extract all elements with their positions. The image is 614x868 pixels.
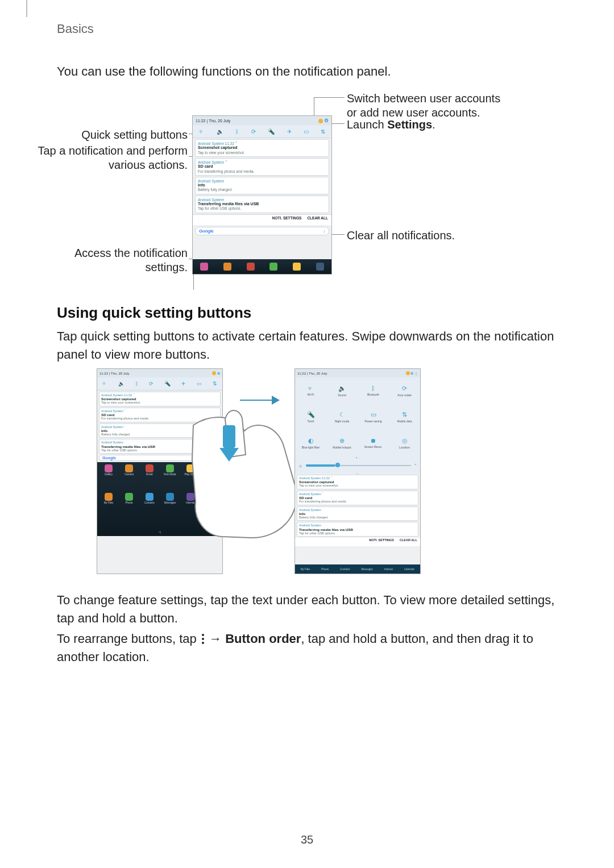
app-messages[interactable]: Messages	[162, 493, 178, 504]
quick-settings-row[interactable]: ᯤ 🔈 ᛒ ⟳ 🔦 ✈ ▭ ⇅	[193, 125, 331, 138]
app-google[interactable]: Goo…	[203, 464, 219, 476]
app-phone[interactable]: Phone	[121, 493, 137, 504]
noti-settings-button[interactable]: NOTI. SETTINGS	[272, 216, 302, 224]
qs-tile-bluetooth[interactable]: ᛒBluetooth	[358, 377, 389, 404]
torch-icon[interactable]: 🔦	[164, 381, 171, 387]
label-launch-settings-c: .	[432, 118, 435, 131]
clear-all-button[interactable]: CLEAR ALL	[307, 216, 328, 224]
google-logo: Google	[102, 456, 116, 460]
airplane-icon[interactable]: ✈	[287, 128, 292, 135]
notification-item[interactable]: Android System Info Battery fully charge…	[99, 423, 221, 438]
gear-icon[interactable]: ⚙	[324, 118, 329, 123]
notification-item[interactable]: Android System 11:22 ˅ Screenshot captur…	[297, 475, 418, 489]
notif-sub: For transferring photos and media	[198, 169, 326, 173]
google-search-bar[interactable]: Google	[99, 455, 221, 461]
quick-settings-grid: ᯤWi-Fi 🔈Sound ᛒBluetooth ⟳Auto rotate 🔦T…	[295, 377, 420, 456]
taskbar-item[interactable]: Internet	[384, 568, 393, 571]
bluetooth-icon[interactable]: ᛒ	[135, 381, 138, 387]
user-avatar-icon[interactable]	[212, 371, 216, 375]
user-avatar-icon[interactable]	[318, 119, 323, 123]
rotate-icon[interactable]: ⟳	[149, 381, 154, 387]
brightness-slider[interactable]: ☼ ˅	[295, 459, 420, 472]
mobiledata-icon[interactable]: ⇅	[213, 381, 217, 387]
bluetooth-icon[interactable]: ᛒ	[235, 128, 239, 135]
notification-item[interactable]: Android System Info Battery fully charge…	[195, 177, 329, 194]
noti-settings-button[interactable]: NOTI. SETTINGS	[369, 538, 394, 546]
app-email[interactable]: Email	[142, 464, 157, 476]
more-options-icon[interactable]: ⋮	[414, 372, 418, 375]
mic-icon[interactable]: ↓	[323, 229, 325, 234]
paragraph-change-feature: To change feature settings, tap the text…	[57, 591, 557, 628]
google-search-bar[interactable]: Google ↓	[195, 227, 329, 235]
app-icon-kidsmode[interactable]	[269, 263, 277, 271]
sound-icon[interactable]: 🔈	[217, 128, 223, 135]
app-gallery[interactable]: Gallery	[101, 464, 117, 476]
notification-item[interactable]: Android System Info Battery fully charge…	[297, 506, 418, 521]
taskbar-item[interactable]: Contacts	[340, 568, 350, 571]
qs-tile-autorotate[interactable]: ⟳Auto rotate	[389, 377, 420, 404]
app-label: Gallery	[105, 473, 113, 476]
app-internet[interactable]: Internet	[182, 493, 198, 504]
breadcrumb: Basics	[57, 22, 94, 36]
notification-item[interactable]: Android System Transferring media files …	[195, 196, 329, 213]
notif-header: Android System 11:22 ˅	[198, 142, 326, 146]
chevron-down-icon[interactable]: ˅	[414, 463, 417, 468]
notif-title: Transferring media files via USB	[299, 528, 416, 531]
airplane-icon[interactable]: ✈	[181, 381, 186, 387]
qs-tile-sound[interactable]: 🔈Sound	[326, 377, 358, 404]
user-avatar-icon[interactable]	[406, 371, 410, 375]
notification-item[interactable]: Android System ˅ SD card For transferrin…	[99, 408, 221, 422]
notification-item[interactable]: Android System 11:22 ˅ Screenshot captur…	[99, 392, 221, 406]
app-calendar[interactable]: Calendar	[203, 493, 219, 504]
rotate-icon[interactable]: ⟳	[251, 128, 256, 135]
notification-item[interactable]: Android System ˅ SD card For transferrin…	[297, 491, 418, 505]
qs-tile-hotspot[interactable]: ⊕Mobile hotspot	[326, 430, 358, 456]
notif-sub: Tap for other USB options.	[198, 206, 326, 210]
notification-item[interactable]: Android System Transferring media files …	[99, 439, 221, 454]
sound-icon[interactable]: 🔈	[118, 381, 125, 387]
quick-settings-row[interactable]: ᯤ 🔈 ᛒ ⟳ 🔦 ✈ ▭ ⇅	[97, 377, 222, 391]
app-dock	[193, 259, 331, 274]
app-icon-playstore[interactable]	[293, 263, 301, 271]
powersave-icon[interactable]: ▭	[304, 128, 309, 135]
clear-all-button[interactable]: CLEAR ALL	[400, 538, 417, 546]
notification-item[interactable]: Android System Transferring media files …	[297, 522, 418, 537]
wifi-icon[interactable]: ᯤ	[102, 381, 107, 387]
notif-header: Android System	[198, 198, 326, 202]
qs-tile-powersaving[interactable]: ▭Power saving	[358, 404, 389, 430]
gear-icon[interactable]: ⚙	[410, 372, 413, 375]
notification-item[interactable]: Android System ˅ SD card For transferrin…	[195, 158, 329, 176]
qs-tile-mobiledata[interactable]: ⇅Mobile data	[389, 404, 420, 430]
app-myfiles[interactable]: My Files	[101, 493, 117, 504]
app-icon-camera[interactable]	[223, 263, 231, 271]
app-contacts[interactable]: Contacts	[142, 493, 157, 504]
qs-tile-torch[interactable]: 🔦Torch	[295, 404, 326, 430]
qs-tile-wifi[interactable]: ᯤWi-Fi	[295, 377, 326, 404]
quick-settings-expanded-screenshot: 11:22 | Thu, 20 July ⚙ ⋮ ᯤWi-Fi 🔈Sound ᛒ…	[294, 368, 421, 574]
app-icon-gallery[interactable]	[200, 263, 208, 271]
label-tap-notification: Tap a notification and perform various a…	[23, 144, 188, 172]
taskbar-item[interactable]: Phone	[321, 568, 329, 571]
app-camera[interactable]: Camera	[121, 464, 137, 476]
app-kidsmode[interactable]: Kids Mode	[162, 464, 178, 476]
notif-actions-row: NOTI. SETTINGS CLEAR ALL	[193, 214, 331, 225]
qs-tile-night[interactable]: ☾Night mode	[326, 404, 358, 430]
taskbar-item[interactable]: My Files	[301, 568, 310, 571]
torch-icon[interactable]: 🔦	[268, 128, 275, 135]
gear-icon[interactable]: ⚙	[217, 372, 220, 375]
qs-tile-label: Screen Recor.	[364, 445, 383, 448]
notif-title: Screenshot captured	[198, 146, 326, 150]
mobiledata-icon[interactable]: ⇅	[321, 128, 325, 135]
app-icon-email[interactable]	[247, 263, 255, 271]
wifi-icon[interactable]: ᯤ	[199, 128, 205, 135]
notification-item[interactable]: Android System 11:22 ˅ Screenshot captur…	[195, 139, 329, 157]
app-icon-apps[interactable]	[316, 263, 324, 271]
taskbar-item[interactable]: Messages	[362, 568, 374, 571]
qs-tile-screenrec[interactable]: ⏺Screen Recor.	[358, 430, 389, 456]
label-launch-settings-a: Launch	[347, 118, 387, 131]
qs-tile-location[interactable]: ◎Location	[389, 430, 420, 456]
app-playstore[interactable]: Play Store	[182, 464, 198, 476]
powersave-icon[interactable]: ▭	[197, 381, 202, 387]
taskbar-item[interactable]: Calendar	[404, 568, 414, 571]
qs-tile-bluelight[interactable]: ◐Blue light filter	[295, 430, 326, 456]
